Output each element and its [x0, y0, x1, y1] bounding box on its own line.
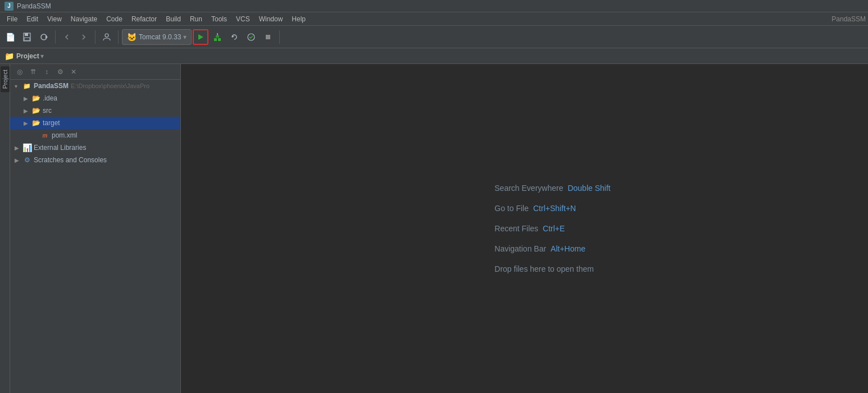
app-title: PandaSSM: [17, 2, 51, 10]
goto-file-label: Go to File: [494, 204, 529, 213]
svg-rect-7: [218, 38, 221, 41]
idea-icon: 📂: [31, 94, 40, 103]
coverage-button[interactable]: [243, 29, 259, 45]
app-icon: J: [4, 2, 13, 11]
menu-build[interactable]: Build: [161, 14, 185, 24]
scratches-label: Scratches and Consoles: [34, 156, 107, 164]
run-config-dropdown-icon: ▾: [183, 33, 187, 41]
vertical-tab-project[interactable]: Project: [1, 66, 10, 92]
scratches-icon: ⚙: [22, 156, 31, 164]
close-panel-button[interactable]: ✕: [69, 67, 79, 77]
idea-label: .idea: [43, 94, 57, 102]
drop-files-label: Drop files here to open them: [494, 264, 594, 273]
svg-marker-5: [198, 34, 203, 40]
tree-item-pom[interactable]: m pom.xml: [10, 129, 180, 141]
menu-run[interactable]: Run: [185, 14, 207, 24]
chevron-scratches: ▶: [15, 157, 22, 163]
chevron-idea: ▶: [24, 95, 31, 102]
navigation-bar-shortcut: Alt+Home: [551, 244, 585, 253]
chevron-target: ▶: [24, 120, 31, 126]
pandassm-path: E:\Dropbox\phoenix\JavaPro: [71, 83, 149, 89]
svg-rect-6: [214, 38, 217, 41]
menu-vcs[interactable]: VCS: [231, 14, 255, 24]
menu-app-name: PandaSSM: [831, 15, 866, 23]
pandassm-icon: 📁: [22, 81, 31, 90]
toolbar-sep-4: [279, 30, 280, 44]
editor-area: Search Everywhere Double Shift Go to Fil…: [181, 64, 868, 393]
recent-files-label: Recent Files: [494, 224, 538, 233]
navigation-bar-label: Navigation Bar: [494, 244, 546, 253]
external-libs-label: External Libraries: [34, 144, 86, 152]
quick-start-hints: Search Everywhere Double Shift Go to Fil…: [494, 184, 610, 273]
external-libs-icon: 📊: [22, 143, 31, 152]
svg-rect-1: [25, 33, 28, 36]
toolbar-sep-3: [118, 30, 119, 44]
tree-item-external-libs[interactable]: ▶ 📊 External Libraries: [10, 141, 180, 154]
build-button[interactable]: [210, 29, 225, 45]
tree-item-pandassm[interactable]: ▾ 📁 PandaSSM E:\Dropbox\phoenix\JavaPro: [10, 80, 180, 92]
chevron-pandassm: ▾: [15, 83, 22, 89]
tree-item-target[interactable]: ▶ 📂 target: [10, 117, 180, 129]
pom-icon: m: [40, 131, 49, 140]
sync-button[interactable]: [36, 29, 52, 45]
back-button[interactable]: [59, 29, 75, 45]
menu-edit[interactable]: Edit: [22, 14, 43, 24]
title-bar: J PandaSSM: [0, 0, 868, 12]
run-config-label: Tomcat 9.0.33: [139, 33, 181, 41]
chevron-external-libs: ▶: [15, 145, 22, 151]
project-panel-header: ◎ ⇈ ↕ ⚙ ✕: [10, 64, 180, 80]
run-config-selector[interactable]: 🐱 Tomcat 9.0.33 ▾: [122, 29, 192, 45]
pandassm-label: PandaSSM: [34, 82, 69, 90]
svg-rect-12: [266, 35, 270, 39]
src-icon: 📂: [31, 106, 40, 115]
forward-button[interactable]: [76, 29, 92, 45]
menu-code[interactable]: Code: [102, 14, 127, 24]
svg-marker-10: [232, 35, 234, 38]
app-icon-symbol: J: [7, 3, 11, 9]
project-panel-dropdown[interactable]: ▾: [40, 52, 44, 60]
tree-item-scratches[interactable]: ▶ ⚙ Scratches and Consoles: [10, 154, 180, 166]
toolbar: 📄 🐱 Tomcat 9.0.33 ▾: [0, 26, 868, 48]
recent-files-shortcut: Ctrl+E: [543, 224, 565, 233]
stop-button[interactable]: [260, 29, 276, 45]
run-button[interactable]: [193, 29, 208, 45]
panel-settings-button[interactable]: ⚙: [55, 67, 65, 77]
hint-drop-files: Drop files here to open them: [494, 264, 610, 273]
sort-button[interactable]: ↕: [42, 67, 52, 77]
menu-window[interactable]: Window: [255, 14, 288, 24]
project-label-bar: 📁 Project ▾: [0, 48, 868, 64]
menu-tools[interactable]: Tools: [207, 14, 231, 24]
svg-rect-8: [216, 35, 219, 38]
project-panel: ◎ ⇈ ↕ ⚙ ✕ ▾ 📁 PandaSSM E:\Dropbox\phoeni…: [10, 64, 181, 393]
menu-help[interactable]: Help: [287, 14, 310, 24]
hint-recent-files: Recent Files Ctrl+E: [494, 224, 610, 233]
tree-item-src[interactable]: ▶ 📂 src: [10, 104, 180, 117]
file-tree: ▾ 📁 PandaSSM E:\Dropbox\phoenix\JavaPro …: [10, 80, 180, 393]
reload-button[interactable]: [226, 29, 242, 45]
pom-label: pom.xml: [52, 131, 77, 139]
collapse-all-button[interactable]: ⇈: [28, 67, 38, 77]
user-button[interactable]: [99, 29, 115, 45]
target-label: target: [43, 119, 60, 127]
menu-view[interactable]: View: [43, 14, 66, 24]
new-file-button[interactable]: 📄: [2, 29, 18, 45]
locate-in-tree-button[interactable]: ◎: [15, 67, 25, 77]
tree-item-idea[interactable]: ▶ 📂 .idea: [10, 92, 180, 104]
search-everywhere-shortcut: Double Shift: [567, 184, 610, 193]
svg-point-4: [105, 34, 108, 37]
hint-navigation-bar: Navigation Bar Alt+Home: [494, 244, 610, 253]
main-layout: Project ◎ ⇈ ↕ ⚙ ✕ ▾ 📁 PandaSSM E:\Dropbo…: [0, 64, 868, 393]
menu-navigate[interactable]: Navigate: [66, 14, 102, 24]
chevron-src: ▶: [24, 108, 31, 114]
menu-file[interactable]: File: [2, 14, 22, 24]
save-all-button[interactable]: [19, 29, 35, 45]
menu-bar: File Edit View Navigate Code Refactor Bu…: [0, 12, 868, 26]
menu-refactor[interactable]: Refactor: [127, 14, 161, 24]
toolbar-sep-2: [95, 30, 96, 44]
project-panel-title: Project: [16, 52, 39, 60]
hint-search-everywhere: Search Everywhere Double Shift: [494, 184, 610, 193]
goto-file-shortcut: Ctrl+Shift+N: [533, 204, 576, 213]
svg-rect-2: [24, 38, 30, 40]
left-strip: Project: [0, 64, 10, 393]
toolbar-sep-1: [55, 30, 56, 44]
